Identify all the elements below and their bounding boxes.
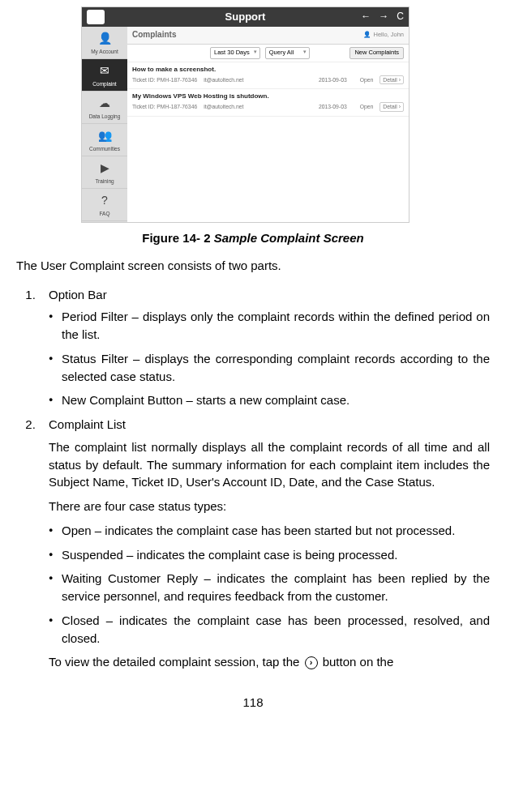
page-number: 118 [16, 694, 490, 712]
row-account: it@autoltech.net [204, 103, 243, 111]
sidebar-item-label: Data Logging [89, 113, 121, 120]
sidebar-item-my-account[interactable]: 👤 My Account [82, 27, 127, 59]
row-title: My Windows VPS Web Hosting is shutdown. [132, 92, 404, 101]
row-account: it@autoltech.net [204, 76, 243, 84]
row-sub: Ticket ID: PMH-187-76346 it@autoltech.ne… [132, 102, 404, 112]
complaint-icon: ✉ [100, 62, 109, 79]
bullet-item: Open – indicates the complaint case has … [49, 522, 490, 540]
main-ordered-list: Option Bar Period Filter – displays only… [16, 286, 490, 672]
sidebar-item-label: Complaint [92, 80, 116, 88]
list-item-complaint-list: Complaint List The complaint list normal… [39, 416, 490, 671]
detail-button[interactable]: Detail › [380, 102, 404, 112]
row-ticket: Ticket ID: PMH-187-76346 [132, 76, 197, 84]
row-ticket: Ticket ID: PMH-187-76346 [132, 103, 197, 111]
sample-complaint-screen: ⌂ Support ← → C 👤 My Account ✉ Complaint… [81, 6, 410, 223]
complaint-row[interactable]: How to make a screenshot. Ticket ID: PMH… [127, 62, 409, 89]
bullets-2: Open – indicates the complaint case has … [49, 522, 490, 647]
user-greeting: 👤 Hello, John [363, 31, 404, 40]
training-icon: ▶ [101, 160, 109, 176]
sidebar-item-data-logging[interactable]: ☁ Data Logging [82, 92, 127, 124]
bullet-item: Period Filter – displays only the compla… [49, 308, 490, 344]
paragraph: There are four case status types: [49, 498, 490, 515]
titlebar-title: Support [82, 10, 409, 25]
complaint-row[interactable]: My Windows VPS Web Hosting is shutdown. … [127, 89, 409, 116]
bullet-item: Suspended – indicates the complaint case… [49, 546, 490, 564]
figure-caption: Figure 14- 2 Sample Complaint Screen [16, 229, 490, 247]
panel-header: Complaints 👤 Hello, John [127, 27, 409, 45]
bullet-item: Waiting Customer Reply – indicates the c… [49, 570, 490, 605]
period-filter[interactable]: Last 30 Days [210, 47, 260, 59]
item-title: Option Bar [49, 286, 490, 304]
row-status: Open [360, 76, 374, 84]
back-icon[interactable]: ← [361, 10, 371, 24]
sidebar-item-label: FAQ [99, 210, 109, 217]
user-icon: 👤 [363, 31, 371, 40]
new-complaint-button[interactable]: New Complaints [349, 47, 404, 59]
panel-title: Complaints [132, 29, 176, 41]
communities-icon: 👥 [98, 127, 112, 143]
home-icon: ⌂ [92, 10, 98, 24]
account-icon: 👤 [98, 30, 112, 46]
row-date: 2013-09-03 [319, 76, 347, 84]
row-sub: Ticket ID: PMH-187-76346 it@autoltech.ne… [132, 75, 404, 85]
sidebar-item-faq[interactable]: ? FAQ [82, 189, 127, 221]
list-item-option-bar: Option Bar Period Filter – displays only… [39, 286, 490, 410]
detail-button[interactable]: Detail › [380, 75, 404, 85]
data-icon: ☁ [99, 95, 110, 111]
sidebar-item-label: Communities [89, 145, 120, 152]
detail-circle-icon: › [305, 656, 318, 669]
chevron-right-icon: › [399, 76, 401, 84]
sidebar-item-training[interactable]: ▶ Training [82, 156, 127, 189]
main-panel: Complaints 👤 Hello, John Last 30 Days Qu… [127, 27, 409, 222]
chevron-right-icon: › [399, 103, 401, 111]
sidebar: 👤 My Account ✉ Complaint ☁ Data Logging … [82, 27, 127, 222]
bullet-item: New Complaint Button – starts a new comp… [49, 391, 490, 409]
row-title: How to make a screenshot. [132, 65, 404, 75]
home-button[interactable]: ⌂ [87, 10, 105, 24]
refresh-icon[interactable]: C [397, 10, 404, 24]
row-date: 2013-09-03 [319, 103, 347, 111]
sidebar-item-complaint[interactable]: ✉ Complaint [82, 59, 127, 92]
item-title: Complaint List [49, 416, 490, 434]
status-filter[interactable]: Query All [265, 47, 310, 59]
filter-row: Last 30 Days Query All New Complaints [127, 45, 409, 62]
intro-paragraph: The User Complaint screen consists of tw… [16, 257, 490, 275]
row-status: Open [360, 103, 374, 111]
faq-icon: ? [101, 192, 108, 208]
sidebar-item-label: My Account [91, 48, 118, 55]
trailing-paragraph: To view the detailed complaint session, … [49, 653, 490, 671]
forward-icon[interactable]: → [379, 10, 388, 24]
sidebar-item-communities[interactable]: 👥 Communities [82, 124, 127, 156]
bullet-item: Status Filter – displays the correspondi… [49, 350, 490, 386]
sidebar-item-label: Training [95, 177, 114, 185]
bullets-1: Period Filter – displays only the compla… [49, 308, 490, 409]
screenshot-body: 👤 My Account ✉ Complaint ☁ Data Logging … [82, 27, 409, 222]
titlebar: ⌂ Support ← → C [82, 7, 409, 27]
paragraph: The complaint list normally displays all… [49, 438, 490, 491]
bullet-item: Closed – indicates the complaint case ha… [49, 612, 490, 647]
nav-controls: ← → C [361, 10, 404, 24]
